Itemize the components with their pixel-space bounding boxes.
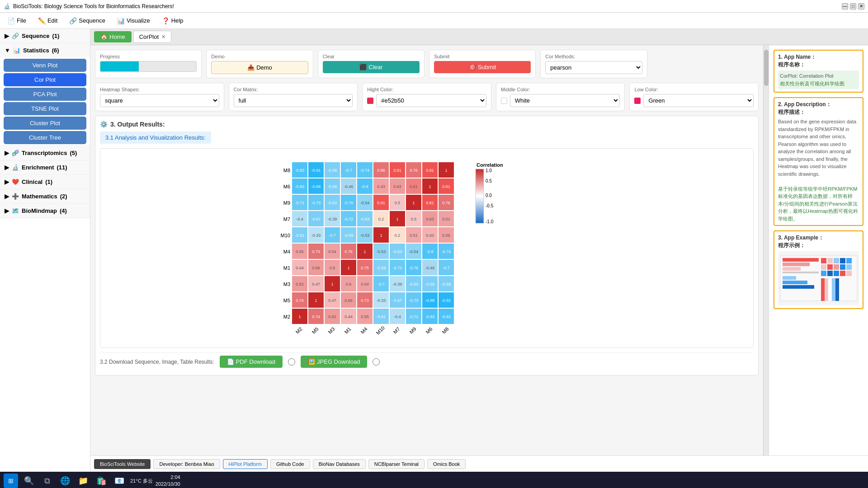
download-bar-label: 3.2 Download Sequence, Image, Table Resu…	[100, 359, 214, 365]
taskbar-search[interactable]: 🔍	[22, 474, 36, 488]
tab-home[interactable]: 🏠 Home	[94, 31, 132, 42]
high-color-dot[interactable]	[367, 98, 373, 104]
sidebar-item-tsne-plot[interactable]: TSNE Plot	[4, 102, 86, 115]
sidebar-group-biominemap-header[interactable]: ▶ 🗺️ BioMindmap (4)	[0, 204, 90, 218]
analysis-header: 3.1 Analysis and Visualization Results:	[100, 131, 211, 144]
menu-file[interactable]: 📄 File	[2, 15, 32, 26]
cell-text-7-4: 0.54	[361, 282, 369, 286]
footer-ncbi-button[interactable]: NCBIparser Teminal	[368, 459, 425, 469]
app-name-en: CorPlot: Correlation Plot	[780, 73, 834, 79]
sidebar-group-sequence: ▶ 🔗 Sequence (1)	[0, 29, 90, 43]
title-bar: 🔬 BioSciTools: Biology Science Tools for…	[0, 0, 868, 13]
cell-text-4-5: 1	[380, 233, 382, 238]
cell-text-7-2: 1	[331, 282, 333, 286]
menu-visualize[interactable]: 📊 Visualize	[112, 15, 156, 26]
middle-color-card: Middle Color: White	[496, 83, 625, 111]
arrow-right-icon: ▶	[5, 33, 9, 39]
taskbar-taskview[interactable]: ⧉	[40, 474, 54, 488]
footer-github-button[interactable]: Github Code	[270, 459, 310, 469]
sidebar-item-venn-plot[interactable]: Venn Plot	[4, 59, 86, 72]
sidebar-group-clinical-header[interactable]: ▶ ❤️ Clinical (1)	[0, 175, 90, 189]
demo-button[interactable]: 📥 Demo	[211, 61, 308, 74]
sidebar-item-cluster-tree[interactable]: Cluster Tree	[4, 131, 86, 144]
submit-button[interactable]: 🎯 Submit	[434, 61, 531, 73]
row-label-m3: M3	[283, 282, 290, 287]
taskbar-start[interactable]: ⊞	[4, 474, 18, 488]
taskbar: ⊞ 🔍 ⧉ 🌐 📁 🛍️ 📧 21°C 多云 2:04 2022/10/30	[0, 472, 868, 488]
cell-text-7-5: -0.7	[377, 282, 385, 286]
svg-rect-7	[783, 285, 814, 289]
taskbar-store[interactable]: 🛍️	[94, 474, 108, 488]
sidebar-group-mathematics-header[interactable]: ▶ ➕ Mathematics (2)	[0, 189, 90, 203]
menu-help[interactable]: ❓ Help	[156, 15, 189, 26]
sequence-group-label: Sequence	[22, 33, 49, 39]
cell-text-0-1: -0.91	[311, 168, 321, 173]
sidebar-group-statistics-header[interactable]: ▼ 📊 Statistics (6)	[0, 43, 90, 57]
footer-developer-button[interactable]: Developer: Benbea Miao	[153, 459, 220, 469]
pdf-download-button[interactable]: 📄 PDF Download	[220, 356, 283, 368]
pdf-radio[interactable]	[288, 358, 295, 366]
middle-color-dot[interactable]	[501, 98, 507, 104]
footer-hiplot-button[interactable]: HiPlot Platform	[223, 459, 268, 469]
app-name-box: 1. App Name：程序名称： CorPlot: Correlation P…	[774, 50, 863, 93]
jpeg-download-button[interactable]: 🖼️ JPEG Download	[301, 356, 367, 368]
cor-methods-select[interactable]: pearson spearman kendall	[545, 61, 642, 74]
sidebar-group-transcriptomics-header[interactable]: ▶ 🧬 Transcriptomics (5)	[0, 146, 90, 160]
scroll-thumb[interactable]	[764, 50, 769, 86]
cell-text-0-2: -0.58	[328, 168, 337, 173]
jpeg-radio[interactable]	[373, 358, 380, 366]
cell-text-9-2: 0.62	[328, 314, 336, 319]
taskbar-folder[interactable]: 📁	[76, 474, 90, 488]
low-color-select[interactable]: Green	[643, 94, 754, 107]
heatmap-shapes-select[interactable]: square circle	[100, 94, 219, 107]
output-section-header: ⚙️ 3. Output Results:	[100, 121, 754, 128]
footer-bionav-button[interactable]: BioNav Databases	[313, 459, 366, 469]
pdf-icon: 📄	[227, 358, 234, 365]
sidebar-group-sequence-header[interactable]: ▶ 🔗 Sequence (1)	[0, 29, 90, 43]
cell-text-7-0: 0.62	[296, 282, 304, 286]
cell-text-8-4: 0.73	[361, 298, 369, 303]
app-name-title: 1. App Name：程序名称：	[778, 53, 859, 69]
svg-rect-24	[825, 278, 828, 301]
sidebar-group-enrichment-header[interactable]: ▶ 🔬 Enrichment (11)	[0, 160, 90, 174]
high-color-select[interactable]: #e52b50	[376, 94, 486, 107]
menu-sequence[interactable]: 🔗 Sequence	[64, 15, 111, 26]
svg-rect-16	[840, 264, 845, 270]
pdf-download-label: PDF Download	[236, 358, 275, 365]
cell-text-9-4: 0.55	[361, 314, 369, 319]
cell-text-4-7: 0.51	[410, 233, 418, 238]
clear-button[interactable]: ⬛ Clear	[323, 61, 420, 73]
sidebar-item-cor-plot[interactable]: Cor Plot	[4, 73, 86, 86]
low-color-dot[interactable]	[634, 98, 641, 104]
cell-text-4-4: -0.53	[360, 233, 370, 238]
footer-omics-button[interactable]: Omics Book	[427, 459, 466, 469]
middle-color-select[interactable]: White	[510, 94, 620, 107]
cell-text-0-4: -0.74	[360, 168, 370, 173]
menu-edit[interactable]: ✏️ Edit	[33, 15, 63, 26]
cell-text-5-4: 1	[363, 249, 366, 254]
tab-close-icon[interactable]: ✕	[161, 34, 165, 40]
demo-label: Demo	[211, 54, 308, 59]
main-layout: ▶ 🔗 Sequence (1) ▼ 📊 Statistics (6) Venn…	[0, 29, 868, 472]
vertical-scrollbar[interactable]	[763, 45, 769, 455]
jpeg-icon: 🖼️	[308, 358, 315, 365]
sidebar-item-cluster-plot[interactable]: Cluster Plot	[4, 117, 86, 130]
cell-text-2-2: -0.63	[328, 201, 337, 205]
taskbar-edge[interactable]: 🌐	[58, 474, 72, 488]
sidebar-item-pca-plot[interactable]: PCA Plot	[4, 88, 86, 101]
close-button[interactable]: ✕	[858, 3, 864, 9]
app-description-title: 2. App Description：程序描述：	[778, 101, 859, 116]
row-label-m10: M10	[281, 233, 290, 238]
cell-text-9-5: -0.61	[377, 314, 386, 319]
cell-text-2-1: -0.73	[311, 201, 321, 205]
maximize-button[interactable]: □	[850, 3, 856, 9]
tab-corplot[interactable]: CorPlot ✕	[133, 31, 171, 43]
taskbar-mail[interactable]: 📧	[112, 474, 127, 488]
footer-website-button[interactable]: BioSciTools Website	[94, 459, 151, 469]
arrow-right-icon3: ▶	[5, 164, 9, 171]
cell-text-0-8: 0.81	[426, 168, 434, 173]
home-icon: 🏠	[100, 33, 108, 40]
cor-matrix-select[interactable]: full upper lower	[234, 94, 353, 107]
minimize-button[interactable]: —	[842, 3, 848, 9]
sidebar-group-mathematics: ▶ ➕ Mathematics (2)	[0, 189, 90, 204]
